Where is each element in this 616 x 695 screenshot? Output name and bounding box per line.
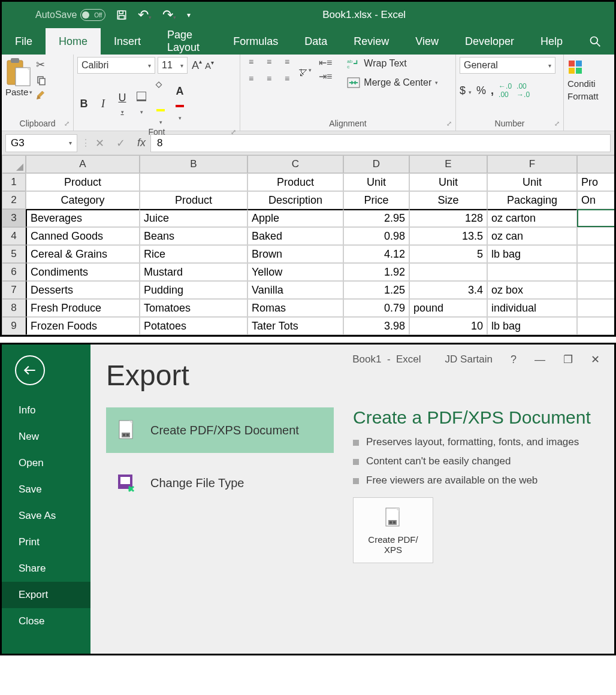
autosave-switch-icon[interactable]: Off [80,9,105,21]
cell[interactable]: 1.25 [343,281,409,299]
cell[interactable] [409,263,487,281]
cancel-icon[interactable]: ✕ [95,137,104,150]
row-header[interactable]: 1 [2,173,26,191]
increase-decimal-icon[interactable]: ←.0.00 [499,82,512,99]
dialog-launcher-icon[interactable]: ⤢ [446,120,452,128]
cell[interactable]: Description [247,191,343,209]
cell[interactable]: Pro [577,173,616,191]
tab-help[interactable]: Help [527,28,576,55]
dialog-launcher-icon[interactable]: ⤢ [554,120,560,128]
option-create-pdf-xps[interactable]: Create PDF/XPS Document [106,407,334,453]
merge-center-button[interactable]: Merge & Center ▾ [345,76,440,89]
undo-icon[interactable]: ↶▾ [138,7,152,23]
save-icon[interactable] [116,10,127,20]
cell[interactable] [577,245,616,263]
col-header-c[interactable]: C [247,155,343,173]
tab-home[interactable]: Home [46,28,101,55]
cell[interactable]: Apple [247,209,343,227]
cell[interactable]: lb bag [487,245,577,263]
cell[interactable]: Yellow [247,263,343,281]
col-header-e[interactable]: E [409,155,487,173]
decrease-font-icon[interactable]: A▾ [203,61,213,71]
tab-page-layout[interactable]: Page Layout [154,28,220,55]
row-header[interactable]: 6 [2,263,26,281]
row-header[interactable]: 5 [2,245,26,263]
cell[interactable]: Unit [487,173,577,191]
format-painter-icon[interactable] [36,89,47,100]
col-header-b[interactable]: B [140,155,247,173]
bold-button[interactable]: B [77,98,90,110]
sidebar-item-share[interactable]: Share [2,555,90,582]
cell[interactable]: Product [26,173,140,191]
cell[interactable]: 0.98 [343,227,409,245]
cell[interactable]: Tater Tots [247,317,343,335]
restore-icon[interactable]: ❐ [563,353,573,366]
back-button[interactable] [15,355,45,385]
cell[interactable]: 2.95 [343,209,409,227]
cell[interactable]: Price [343,191,409,209]
cut-icon[interactable]: ✂ [36,58,47,71]
cell[interactable]: Desserts [26,281,140,299]
font-color-button[interactable]: A ▾ [173,85,186,123]
fx-icon[interactable]: fx [137,137,146,150]
option-change-file-type[interactable]: Change File Type [106,460,334,506]
row-header[interactable]: 8 [2,299,26,317]
cell[interactable]: Beverages [26,209,140,227]
dialog-launcher-icon[interactable]: ⤢ [231,128,236,136]
decrease-decimal-icon[interactable]: .00→.0 [517,82,530,99]
tab-insert[interactable]: Insert [101,28,154,55]
align-top-icon[interactable]: ≡ [244,57,258,71]
search-icon[interactable] [576,28,614,55]
dialog-launcher-icon[interactable]: ⤢ [64,120,70,128]
orientation-button[interactable]: ⦫▾ [298,67,312,78]
selected-cell[interactable] [577,209,616,227]
cell[interactable]: On [577,191,616,209]
cell[interactable] [577,317,616,335]
fill-color-button[interactable]: ▾ [154,81,167,127]
cell[interactable]: 128 [409,209,487,227]
sidebar-item-open[interactable]: Open [2,450,90,476]
sidebar-item-info[interactable]: Info [2,397,90,424]
row-header[interactable]: 9 [2,317,26,335]
cell[interactable]: Fresh Produce [26,299,140,317]
col-header-d[interactable]: D [343,155,409,173]
cell[interactable]: Vanilla [247,281,343,299]
font-size-combo[interactable]: 11▾ [158,57,188,74]
worksheet-grid[interactable]: A B C D E F 1 Product Product Unit Unit … [2,155,614,335]
redo-icon[interactable]: ↷▾ [162,7,176,23]
cell[interactable]: 1.92 [343,263,409,281]
cell[interactable] [577,281,616,299]
cell[interactable]: Product [140,191,247,209]
row-header[interactable]: 2 [2,191,26,209]
cell[interactable]: Category [26,191,140,209]
tab-file[interactable]: File [2,28,46,55]
cell[interactable] [577,263,616,281]
tab-review[interactable]: Review [340,28,402,55]
tab-view[interactable]: View [402,28,452,55]
accounting-format-button[interactable]: $ ▾ [460,84,472,97]
cell[interactable]: Potatoes [140,317,247,335]
cell[interactable] [577,227,616,245]
paste-icon[interactable] [6,57,32,87]
row-header[interactable]: 7 [2,281,26,299]
select-all-corner[interactable] [2,155,26,173]
cell[interactable]: 5 [409,245,487,263]
sidebar-item-save[interactable]: Save [2,476,90,503]
increase-indent-icon[interactable]: ⇥≡ [319,71,332,82]
cell[interactable]: oz carton [487,209,577,227]
formula-input[interactable]: 8 [150,134,611,152]
align-bottom-icon[interactable]: ≡ [280,57,294,71]
cell[interactable]: pound [409,299,487,317]
cell[interactable]: Brown [247,245,343,263]
close-icon[interactable]: ✕ [591,353,600,366]
percent-format-button[interactable]: % [476,84,486,97]
cell[interactable]: individual [487,299,577,317]
help-icon[interactable]: ? [511,353,517,366]
cell[interactable]: Frozen Foods [26,317,140,335]
col-header-f[interactable]: F [487,155,577,173]
cell[interactable]: Romas [247,299,343,317]
cell[interactable]: Packaging [487,191,577,209]
align-center-icon[interactable]: ≡ [262,74,276,88]
sidebar-item-save-as[interactable]: Save As [2,503,90,529]
sidebar-item-export[interactable]: Export [2,582,90,608]
